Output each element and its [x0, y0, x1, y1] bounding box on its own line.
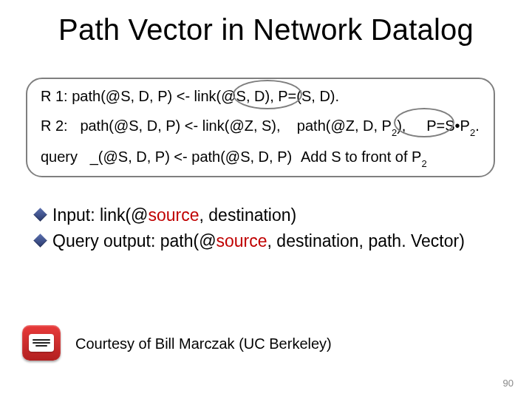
keyboard-icon	[22, 325, 61, 361]
b1-b: , destination)	[200, 205, 297, 225]
diamond-icon	[33, 208, 47, 221]
note-a: Add S to front of P	[301, 149, 421, 165]
rule-r2: R 2: path(@S, D, P) <- link(@Z, S), path…	[41, 115, 480, 139]
r2-tail: .	[475, 117, 480, 134]
bullet-list: Input: link(@source, destination) Query …	[35, 204, 465, 256]
b2-b: , destination, path. Vector)	[267, 231, 465, 250]
bullet-item-1: Input: link(@source, destination)	[35, 204, 465, 227]
b1-src: source	[148, 205, 199, 225]
slide-title: Path Vector in Network Datalog	[0, 13, 532, 47]
courtesy-text: Courtesy of Bill Marczak (UC Berkeley)	[75, 335, 332, 352]
rule-query: query _(@S, D, P) <- path(@S, D, P)	[41, 146, 292, 168]
b2-a: Query output: path(@	[52, 231, 216, 250]
rules-box: R 1: path(@S, D, P) <- link(@S, D), P=(S…	[26, 78, 495, 177]
bullet-2-text: Query output: path(@source, destination,…	[52, 230, 465, 253]
page-number: 90	[503, 378, 514, 389]
q-label: query	[41, 149, 78, 165]
r2-body-a: path(@S, D, P) <- link(@Z, S),	[80, 117, 280, 134]
r1-body: path(@S, D, P) <- link(@S, D), P=(S, D).	[72, 88, 339, 104]
r2-body-c: ),	[397, 117, 406, 134]
b1-a: Input: link(@	[52, 205, 148, 225]
bullet-item-2: Query output: path(@source, destination,…	[35, 230, 465, 253]
b2-src: source	[216, 231, 267, 250]
r1-label: R 1:	[41, 88, 68, 104]
rule-note: Add S to front of P2	[301, 146, 427, 170]
r2-body-d: P=S	[426, 117, 454, 134]
slide: Path Vector in Network Datalog R 1: path…	[0, 0, 532, 399]
r2-body-b: path(@Z, D, P	[297, 117, 392, 134]
r2-sub-e: 2	[470, 127, 475, 138]
diamond-icon	[33, 233, 47, 247]
r2-body-e: P	[460, 117, 470, 134]
r2-label: R 2:	[41, 117, 68, 134]
note-sub: 2	[421, 158, 426, 169]
r2-sub-b: 2	[392, 127, 397, 138]
r2-dot: •	[455, 117, 460, 134]
bullet-1-text: Input: link(@source, destination)	[52, 204, 296, 227]
rule-r1: R 1: path(@S, D, P) <- link(@S, D), P=(S…	[41, 85, 339, 108]
q-body: _(@S, D, P) <- path(@S, D, P)	[90, 149, 292, 165]
